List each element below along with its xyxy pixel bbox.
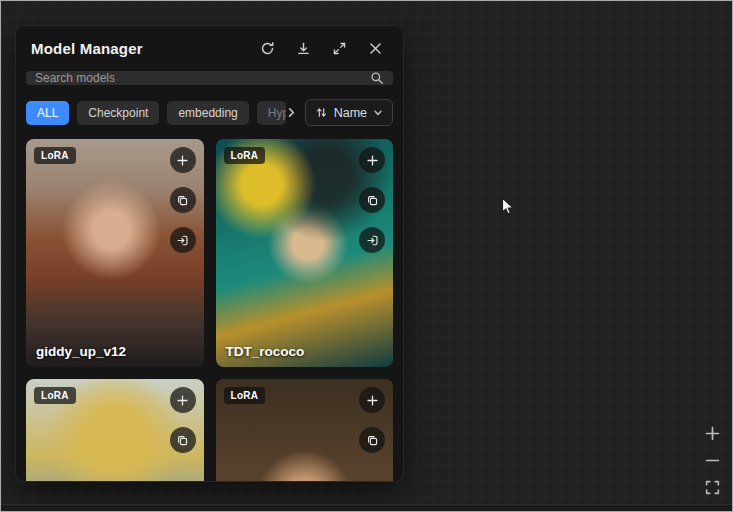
model-type-badge: LoRA <box>34 147 76 164</box>
filter-chip-checkpoint[interactable]: Checkpoint <box>77 101 159 125</box>
model-type-badge: LoRA <box>34 387 76 404</box>
scroll-right-icon[interactable] <box>286 107 297 118</box>
chevron-down-icon <box>373 108 383 118</box>
model-card[interactable]: LoRA TDT_rococo <box>216 139 394 367</box>
filter-chip-hypernetwork[interactable]: Hype <box>257 101 286 125</box>
add-model-button[interactable] <box>170 147 196 173</box>
model-name: TDT_rococo <box>226 344 305 359</box>
add-model-button[interactable] <box>170 387 196 413</box>
copy-model-button[interactable] <box>170 187 196 213</box>
filter-bar: ALL Checkpoint embedding Hype Name <box>26 99 393 126</box>
add-model-button[interactable] <box>359 147 385 173</box>
search-bar[interactable] <box>26 71 393 85</box>
filter-chip-all[interactable]: ALL <box>26 101 69 125</box>
panel-header: Model Manager <box>16 26 403 57</box>
close-icon[interactable] <box>368 41 383 56</box>
model-type-badge: LoRA <box>224 387 266 404</box>
panel-title: Model Manager <box>31 40 143 57</box>
sort-icon <box>315 106 328 119</box>
expand-icon[interactable] <box>332 41 347 56</box>
model-card-grid: LoRA giddy_up_v12 LoRA <box>26 139 393 482</box>
search-input[interactable] <box>35 71 370 85</box>
download-icon[interactable] <box>296 41 311 56</box>
canvas-controls <box>704 425 721 496</box>
copy-model-button[interactable] <box>359 187 385 213</box>
zoom-out-button[interactable] <box>704 452 721 469</box>
panel-header-icons <box>260 41 383 56</box>
refresh-icon[interactable] <box>260 41 275 56</box>
zoom-in-button[interactable] <box>704 425 721 442</box>
app-window: Model Manager <box>0 0 733 512</box>
filter-chip-embedding[interactable]: embedding <box>167 101 248 125</box>
fit-view-button[interactable] <box>704 479 721 496</box>
model-card[interactable]: LoRA <box>216 379 394 482</box>
model-card[interactable]: LoRA <box>26 379 204 482</box>
bottom-edge <box>1 504 732 511</box>
model-name: giddy_up_v12 <box>36 344 126 359</box>
model-type-badge: LoRA <box>224 147 266 164</box>
sort-dropdown[interactable]: Name <box>305 99 393 126</box>
search-icon <box>370 71 384 85</box>
load-model-button[interactable] <box>170 227 196 253</box>
load-model-button[interactable] <box>359 227 385 253</box>
copy-model-button[interactable] <box>170 427 196 453</box>
sort-label: Name <box>334 106 367 120</box>
add-model-button[interactable] <box>359 387 385 413</box>
model-card[interactable]: LoRA giddy_up_v12 <box>26 139 204 367</box>
model-manager-panel: Model Manager <box>15 25 404 482</box>
copy-model-button[interactable] <box>359 427 385 453</box>
